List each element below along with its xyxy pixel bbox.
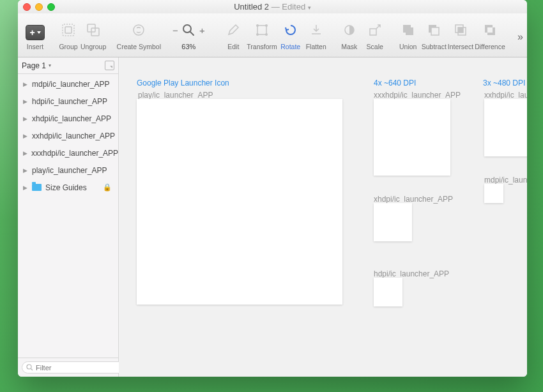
layer-row[interactable]: ▶xhdpi/ic_launcher_APP [18,110,118,127]
magnifier-icon[interactable] [181,23,195,37]
layer-row[interactable]: ▶xxxhdpi/ic_launcher_APP [18,144,118,162]
ungroup-button[interactable]: Ungroup [80,17,106,50]
artboard-label[interactable]: xhdpi/ic_launcher_APP [374,195,453,204]
plus-icon: + [29,28,34,37]
subtract-button[interactable]: Subtract [422,17,447,50]
titlebar: Untitled 2 — Edited ▾ [18,0,527,13]
disclosure-triangle-icon[interactable]: ▶ [23,98,28,105]
svg-point-10 [256,33,259,36]
ungroup-label: Ungroup [80,43,106,50]
zoom-level: 63% [181,43,195,50]
rotate-button[interactable]: Rotate [279,17,303,50]
difference-button[interactable]: Difference [475,17,505,50]
artboard[interactable] [484,184,503,203]
lock-icon[interactable]: 🔒 [103,183,112,192]
zoom-in-button[interactable]: + [198,25,206,36]
layer-name: xxxhdpi/ic_launcher_APP [31,149,118,158]
artboard[interactable] [137,99,342,305]
search-icon [26,364,33,371]
layer-name: play/ic_launcher_APP [32,166,107,175]
scale-icon [368,23,382,37]
toolbar-overflow-button[interactable]: » [517,31,523,43]
disclosure-triangle-icon[interactable]: ▶ [23,150,27,156]
layer-row[interactable]: ▶xxhdpi/ic_launcher_APP [18,127,118,144]
svg-rect-15 [370,29,376,35]
union-button[interactable]: Union [396,17,420,50]
chevron-down-icon: ▾ [49,63,51,68]
artboard-label[interactable]: xxhdpi/ic_launcher_APP [484,91,527,100]
artboard-label[interactable]: xxxhdpi/ic_launcher_APP [374,91,461,100]
svg-point-5 [183,25,191,33]
artboard[interactable] [374,278,402,306]
union-label: Union [399,43,417,50]
intersect-label: Intersect [448,43,473,50]
layer-name: mdpi/ic_launcher_APP [32,80,109,89]
svg-rect-21 [458,27,463,33]
transform-label: Transform [247,43,277,50]
close-icon[interactable] [23,3,31,11]
svg-point-9 [265,24,268,27]
layer-name: xhdpi/ic_launcher_APP [32,114,111,123]
artboard[interactable] [374,203,412,241]
group-button[interactable]: Group [56,17,80,50]
filter-input[interactable] [36,364,124,372]
artboard-label[interactable]: hdpi/ic_launcher_APP [374,269,449,278]
svg-point-8 [256,24,259,27]
window-title: Untitled 2 — Edited ▾ [18,2,527,11]
zoom-control: − + 63% [171,17,206,50]
disclosure-triangle-icon[interactable]: ▶ [23,185,28,191]
disclosure-triangle-icon[interactable]: ▶ [23,167,28,174]
traffic-lights [23,3,55,11]
zoom-out-button[interactable]: − [171,25,179,36]
layer-list: ▶mdpi/ic_launcher_APP▶hdpi/ic_launcher_A… [18,74,118,358]
layer-row[interactable]: ▶play/ic_launcher_APP [18,162,118,179]
svg-rect-1 [65,27,72,33]
page-selector[interactable]: Page 1 ▾ [18,57,118,74]
section-title[interactable]: 4x ~640 DPI [374,79,416,87]
folder-icon [32,184,42,191]
create-symbol-button[interactable]: Create Symbol [115,17,162,50]
section-title[interactable]: Google Play Launcher Icon [137,79,229,87]
create-symbol-label: Create Symbol [117,43,161,50]
edited-indicator: — Edited [269,2,305,11]
intersect-icon [454,23,468,37]
section-title[interactable]: 3x ~480 DPI [483,79,525,87]
artboard[interactable] [484,99,527,156]
mask-button[interactable]: Mask [337,17,362,50]
chevron-down-icon[interactable]: ▾ [308,4,311,11]
subtract-label: Subtract [422,43,447,50]
zoom-icon[interactable] [47,3,55,11]
minimize-icon[interactable] [35,3,43,11]
layer-row[interactable]: ▶mdpi/ic_launcher_APP [18,75,118,93]
mask-label: Mask [341,43,357,50]
svg-point-22 [27,365,31,369]
difference-label: Difference [475,43,505,50]
disclosure-triangle-icon[interactable]: ▶ [23,133,28,139]
create-symbol-icon [132,23,146,37]
svg-rect-18 [431,27,439,35]
flatten-button[interactable]: Flatten [304,17,328,50]
disclosure-triangle-icon[interactable]: ▶ [23,116,28,122]
dropdown-caret-icon [37,31,41,34]
artboard-label[interactable]: play/ic_launcher_APP [138,91,213,100]
layer-row[interactable]: ▶Size Guides🔒 [18,179,118,196]
layer-row[interactable]: ▶hdpi/ic_launcher_APP [18,93,118,110]
artboard-label[interactable]: mdpi/ic_launcher_APP [484,176,527,185]
edit-icon [226,23,240,37]
insert-button[interactable]: + Insert [23,17,47,50]
subtract-icon [427,23,441,37]
transform-button[interactable]: Transform [247,17,277,50]
artboard[interactable] [374,99,450,176]
canvas[interactable]: Google Play Launcher Icon4x ~640 DPI3x ~… [119,57,527,377]
svg-rect-0 [63,24,74,36]
filter-field[interactable] [22,361,128,373]
ungroup-icon [86,23,100,37]
layer-name: hdpi/ic_launcher_APP [32,97,107,106]
disclosure-triangle-icon[interactable]: ▶ [23,81,28,87]
edit-button[interactable]: Edit [221,17,245,50]
intersect-button[interactable]: Intersect [448,17,473,50]
layer-name: Size Guides [45,183,87,192]
scale-button[interactable]: Scale [363,17,387,50]
artboard-list-icon[interactable] [105,61,114,70]
edit-label: Edit [227,43,239,50]
